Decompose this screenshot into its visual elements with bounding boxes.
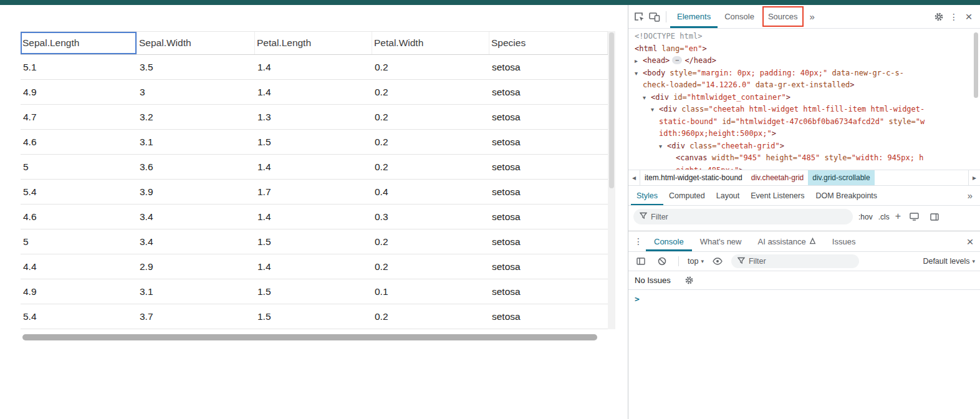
- breadcrumb-left-icon[interactable]: ◂: [628, 170, 640, 185]
- tab-event-listeners[interactable]: Event Listeners: [745, 186, 810, 205]
- table-cell[interactable]: 0.2: [372, 55, 489, 79]
- inspect-element-icon[interactable]: [632, 9, 647, 24]
- table-cell[interactable]: 0.2: [372, 130, 489, 154]
- tab-layout[interactable]: Layout: [711, 186, 746, 205]
- table-cell[interactable]: 0.2: [372, 105, 489, 129]
- table-cell[interactable]: 1.4: [255, 80, 372, 104]
- table-cell[interactable]: 3.4: [137, 205, 255, 229]
- table-cell[interactable]: 1.5: [255, 130, 372, 154]
- table-cell[interactable]: 3.1: [137, 130, 255, 154]
- table-cell[interactable]: 0.2: [372, 304, 489, 329]
- table-cell[interactable]: 1.4: [255, 205, 372, 229]
- table-cell[interactable]: 0.2: [372, 254, 489, 279]
- console-sidebar-icon[interactable]: [633, 254, 648, 269]
- table-cell[interactable]: setosa: [489, 105, 608, 129]
- device-toolbar-icon[interactable]: [647, 9, 662, 24]
- elements-scrollbar[interactable]: [974, 32, 978, 98]
- dom-tree-line[interactable]: ▸<head>⋯</head>: [628, 55, 980, 67]
- table-vertical-scrollbar[interactable]: [608, 31, 615, 329]
- table-cell[interactable]: 4.9: [21, 279, 137, 304]
- table-cell[interactable]: 0.2: [372, 80, 489, 104]
- toggle-hover-state-button[interactable]: :hov: [858, 213, 873, 221]
- execution-context-selector[interactable]: top ▾: [688, 257, 704, 266]
- drawer-tab-whats-new[interactable]: What's new: [692, 231, 750, 251]
- table-cell[interactable]: 1.5: [255, 279, 372, 304]
- table-cell[interactable]: 1.4: [255, 254, 372, 279]
- tree-arrow-icon[interactable]: ▸: [635, 55, 643, 67]
- table-cell[interactable]: 3.7: [137, 304, 255, 329]
- table-cell[interactable]: 4.7: [21, 105, 137, 129]
- table-cell[interactable]: setosa: [489, 229, 608, 254]
- table-cell[interactable]: setosa: [489, 254, 608, 279]
- table-cell[interactable]: 1.4: [255, 155, 372, 179]
- tree-arrow-icon[interactable]: ▾: [635, 67, 643, 80]
- kebab-menu-icon[interactable]: ⋮: [946, 9, 961, 24]
- console-filter-input[interactable]: Filter: [731, 254, 859, 268]
- breadcrumb-item[interactable]: div.cheetah-grid: [747, 170, 809, 185]
- table-cell[interactable]: 1.7: [255, 180, 372, 204]
- table-cell[interactable]: setosa: [489, 130, 608, 154]
- table-vertical-scrollbar-thumb[interactable]: [609, 32, 614, 188]
- table-horizontal-scrollbar[interactable]: [22, 334, 597, 340]
- sidebar-toggle-icon[interactable]: [927, 210, 942, 224]
- dom-tree-line[interactable]: <!DOCTYPE html>: [628, 31, 980, 43]
- table-cell[interactable]: 0.2: [372, 155, 489, 179]
- table-cell[interactable]: 3: [137, 80, 255, 104]
- table-cell[interactable]: 3.2: [137, 105, 255, 129]
- column-header[interactable]: Sepal.Width: [137, 32, 255, 54]
- tree-arrow-icon[interactable]: ▾: [651, 104, 659, 116]
- dom-tree-line[interactable]: eight: 485px;">: [628, 165, 980, 170]
- clear-console-icon[interactable]: [655, 254, 670, 269]
- table-cell[interactable]: 3.6: [137, 155, 255, 179]
- table-cell[interactable]: 4.9: [21, 80, 137, 104]
- table-cell[interactable]: 5.1: [21, 55, 137, 79]
- more-panes-icon[interactable]: »: [963, 188, 978, 203]
- table-cell[interactable]: setosa: [489, 180, 608, 204]
- table-cell[interactable]: 4.4: [21, 254, 137, 279]
- issues-settings-gear-icon[interactable]: [682, 273, 697, 288]
- close-devtools-icon[interactable]: ×: [961, 9, 976, 24]
- table-cell[interactable]: 0.1: [372, 279, 489, 304]
- breadcrumb-item[interactable]: item.html-widget-static-bound: [640, 170, 747, 185]
- breadcrumb-item-selected[interactable]: div.grid-scrollable: [808, 170, 874, 185]
- table-cell[interactable]: 0.4: [372, 180, 489, 204]
- log-levels-selector[interactable]: Default levels ▾: [923, 257, 975, 266]
- table-cell[interactable]: setosa: [489, 80, 608, 104]
- table-cell[interactable]: 3.4: [137, 229, 255, 254]
- element-classes-button[interactable]: .cls: [878, 213, 890, 221]
- dom-tree-line[interactable]: ▾<body style="margin: 0px; padding: 40px…: [628, 67, 980, 80]
- column-header[interactable]: Petal.Width: [372, 32, 489, 54]
- table-cell[interactable]: 3.5: [137, 55, 255, 79]
- drawer-tab-console[interactable]: Console: [646, 231, 692, 251]
- table-cell[interactable]: 1.3: [255, 105, 372, 129]
- table-cell[interactable]: setosa: [489, 279, 608, 304]
- column-header[interactable]: Petal.Length: [255, 32, 372, 54]
- table-cell[interactable]: 0.3: [372, 205, 489, 229]
- table-cell[interactable]: setosa: [489, 205, 608, 229]
- column-header[interactable]: Sepal.Length: [21, 32, 137, 54]
- dom-tree-line[interactable]: check-loaded="14.1226.0" data-gr-ext-ins…: [628, 79, 980, 92]
- settings-gear-icon[interactable]: [931, 9, 946, 24]
- dom-tree-line[interactable]: ▾<div class="cheetah html-widget html-fi…: [628, 104, 980, 116]
- table-cell[interactable]: 5: [21, 229, 137, 254]
- console-prompt-row[interactable]: >: [628, 290, 980, 308]
- tab-elements[interactable]: Elements: [670, 5, 718, 28]
- tree-arrow-icon[interactable]: ▾: [643, 92, 651, 104]
- table-cell[interactable]: 1.4: [255, 55, 372, 79]
- drawer-tab-issues[interactable]: Issues: [824, 231, 864, 251]
- tab-computed[interactable]: Computed: [663, 186, 711, 205]
- table-cell[interactable]: setosa: [489, 155, 608, 179]
- dom-tree-line[interactable]: static-bound" id="htmlwidget-47c06bf0ba6…: [628, 116, 980, 128]
- table-cell[interactable]: 4.6: [21, 205, 137, 229]
- table-cell[interactable]: setosa: [489, 304, 608, 329]
- rendering-emulation-icon[interactable]: [906, 210, 921, 224]
- dom-tree-line[interactable]: <html lang="en">: [628, 43, 980, 55]
- drawer-tab-ai-assistance[interactable]: AI assistance: [750, 231, 824, 251]
- dom-tree-line[interactable]: ▾<div class="cheetah-grid">: [628, 140, 980, 153]
- table-cell[interactable]: 3.9: [137, 180, 255, 204]
- table-cell[interactable]: setosa: [489, 55, 608, 79]
- table-cell[interactable]: 5.4: [21, 180, 137, 204]
- table-cell[interactable]: 5.4: [21, 304, 137, 329]
- styles-filter-input[interactable]: Filter: [633, 209, 853, 224]
- tab-console[interactable]: Console: [718, 5, 761, 28]
